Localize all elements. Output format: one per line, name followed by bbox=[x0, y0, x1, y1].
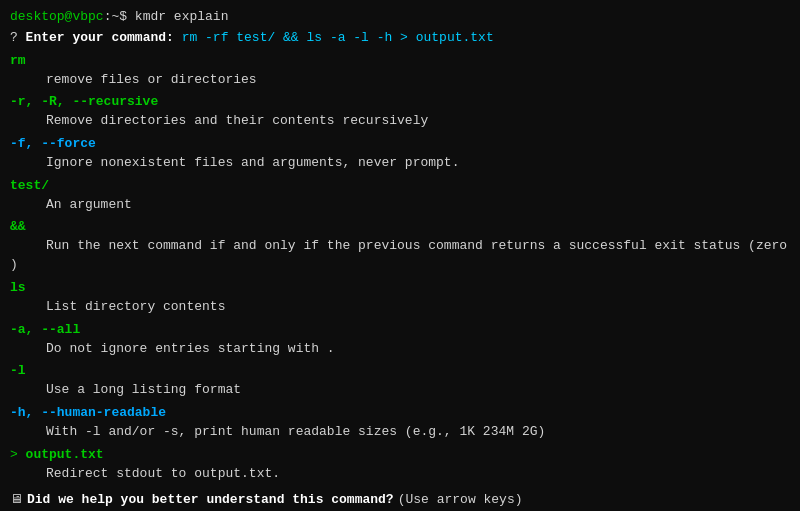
section-all: -a, --all Do not ignore entries starting… bbox=[10, 321, 790, 359]
question-line: 🖥 Did we help you better understand this… bbox=[10, 491, 790, 510]
question-hint: (Use arrow keys) bbox=[398, 491, 523, 510]
section-and: && Run the next command if and only if t… bbox=[10, 218, 790, 275]
desc-output: Redirect stdout to output.txt. bbox=[10, 465, 790, 484]
desc-human: With -l and/or -s, print human readable … bbox=[10, 423, 790, 442]
flag-all: -a, --all bbox=[10, 322, 80, 337]
desc-ls: List directory contents bbox=[10, 298, 790, 317]
redirect-symbol: > bbox=[10, 447, 26, 462]
desc-rm: remove files or directories bbox=[10, 71, 790, 90]
terminal: desktop@vbpc:~$ kmdr explain ? Enter you… bbox=[0, 0, 800, 511]
section-test: test/ An argument bbox=[10, 177, 790, 215]
prompt-line: desktop@vbpc:~$ kmdr explain bbox=[10, 8, 790, 27]
close-paren: ) bbox=[10, 256, 790, 275]
enter-prompt-line: ? Enter your command: rm -rf test/ && ls… bbox=[10, 29, 790, 48]
section-ls: ls List directory contents bbox=[10, 279, 790, 317]
output-file: output.txt bbox=[26, 447, 104, 462]
flag-recursive: -r, -R, --recursive bbox=[10, 94, 158, 109]
enter-label: Enter your command: bbox=[26, 30, 174, 45]
operator-and: && bbox=[10, 219, 26, 234]
desc-recursive: Remove directories and their contents re… bbox=[10, 112, 790, 131]
section-long: -l Use a long listing format bbox=[10, 362, 790, 400]
cmd-rm: rm bbox=[10, 53, 26, 68]
prompt-host: desktop@vbpc bbox=[10, 9, 104, 24]
flag-long: -l bbox=[10, 363, 26, 378]
desc-long: Use a long listing format bbox=[10, 381, 790, 400]
flag-human: -h, --human-readable bbox=[10, 405, 166, 420]
desc-test: An argument bbox=[10, 196, 790, 215]
cmd-ls: ls bbox=[10, 280, 26, 295]
desc-force: Ignore nonexistent files and arguments, … bbox=[10, 154, 790, 173]
section-output: > output.txt Redirect stdout to output.t… bbox=[10, 446, 790, 484]
section-force: -f, --force Ignore nonexistent files and… bbox=[10, 135, 790, 173]
section-rm: rm remove files or directories bbox=[10, 52, 790, 90]
flag-force: -f, --force bbox=[10, 136, 96, 151]
prompt-command: kmdr explain bbox=[135, 9, 229, 24]
section-recursive: -r, -R, --recursive Remove directories a… bbox=[10, 93, 790, 131]
question-text: Did we help you better understand this c… bbox=[27, 491, 394, 510]
desc-and: Run the next command if and only if the … bbox=[10, 237, 790, 256]
section-human: -h, --human-readable With -l and/or -s, … bbox=[10, 404, 790, 442]
enter-value: rm -rf test/ && ls -a -l -h > output.txt bbox=[182, 30, 494, 45]
arg-test: test/ bbox=[10, 178, 49, 193]
prompt-path: :~$ bbox=[104, 9, 127, 24]
question-icon: 🖥 bbox=[10, 491, 23, 510]
desc-all: Do not ignore entries starting with . bbox=[10, 340, 790, 359]
